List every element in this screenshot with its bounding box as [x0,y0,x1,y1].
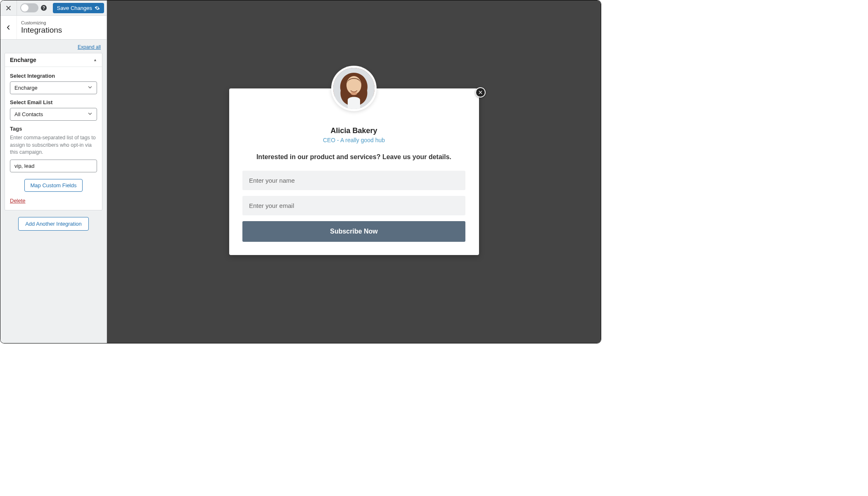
gear-icon [95,5,100,11]
section-header-title: Integrations [21,26,62,35]
collapse-icon: ▲ [93,58,97,62]
svg-point-1 [346,76,361,94]
select-email-list-value: All Contacts [14,111,43,117]
avatar [333,68,375,109]
section-header-eyebrow: Customizing [21,20,62,25]
optin-popup: Alicia Bakery CEO - A really good hub In… [229,88,479,255]
save-changes-button[interactable]: Save Changes [53,3,104,13]
save-changes-label: Save Changes [57,5,92,11]
close-customizer-button[interactable] [0,0,17,16]
help-icon[interactable]: ? [41,5,47,11]
chevron-down-icon [88,85,92,90]
tags-helper-text: Enter comma-separated list of tags to as… [10,134,97,156]
popup-close-button[interactable] [475,87,486,98]
tags-input[interactable] [10,160,97,172]
popup-submit-button[interactable]: Subscribe Now [242,221,465,242]
customizer-sidebar: ? Save Changes Customizing Integrations … [0,0,107,343]
tags-label: Tags [10,126,97,132]
section-header: Customizing Integrations [0,16,107,40]
topbar: ? Save Changes [0,0,107,16]
back-button[interactable] [0,16,17,39]
select-integration-dropdown[interactable]: Encharge [10,81,97,94]
popup-headline: Interested in our product and services? … [242,153,467,161]
close-icon [5,5,12,11]
toggle-knob [21,4,28,12]
select-email-list-label: Select Email List [10,99,97,105]
add-another-integration-button[interactable]: Add Another Integration [18,217,89,231]
popup-name-input[interactable] [242,171,465,190]
popup-person-name: Alicia Bakery [242,126,467,135]
chevron-down-icon [88,111,92,116]
expand-all-link[interactable]: Expand all [78,44,101,50]
integration-panel-body: Select Integration Encharge Select Email… [5,67,102,210]
popup-email-input[interactable] [242,196,465,215]
select-email-list-dropdown[interactable]: All Contacts [10,108,97,121]
campaign-preview-area: Alicia Bakery CEO - A really good hub In… [107,0,601,343]
avatar-container [331,66,377,111]
popup-person-subtitle: CEO - A really good hub [242,137,467,143]
select-integration-value: Encharge [14,85,38,91]
integration-panel-encharge: Encharge ▲ Select Integration Encharge S… [5,53,102,210]
chevron-left-icon [6,25,11,30]
integration-panel-title: Encharge [10,57,36,63]
campaign-enable-toggle[interactable] [20,3,38,12]
map-custom-fields-button[interactable]: Map Custom Fields [24,179,83,192]
select-integration-label: Select Integration [10,73,97,79]
close-icon [478,90,483,95]
delete-integration-link[interactable]: Delete [10,198,26,204]
integration-panel-header[interactable]: Encharge ▲ [5,53,102,67]
